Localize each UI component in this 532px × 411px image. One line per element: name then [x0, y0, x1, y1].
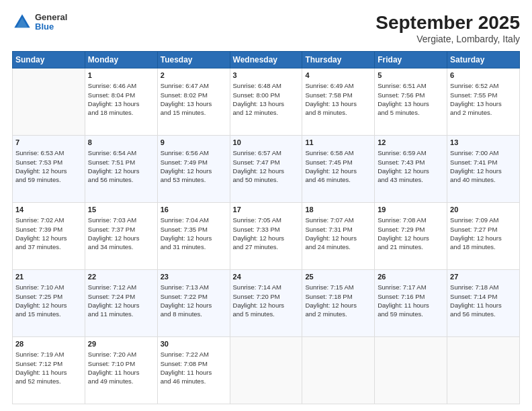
day-info-line: Sunrise: 6:51 AM — [378, 81, 444, 90]
day-info-line: Sunset: 7:10 PM — [88, 359, 154, 368]
day-info-line: and 53 minutes. — [161, 175, 227, 184]
day-info-line: and 31 minutes. — [161, 242, 227, 251]
calendar-cell: 24Sunrise: 7:14 AMSunset: 7:20 PMDayligh… — [230, 270, 302, 337]
title-block: September 2025 Vergiate, Lombardy, Italy — [375, 12, 520, 44]
day-number: 23 — [161, 272, 227, 282]
calendar-cell: 2Sunrise: 6:47 AMSunset: 8:02 PMDaylight… — [157, 68, 230, 136]
day-info-line: Sunrise: 7:10 AM — [15, 283, 82, 291]
calendar-subtitle: Vergiate, Lombardy, Italy — [375, 34, 520, 44]
day-info-line: Daylight: 12 hours — [15, 234, 82, 242]
col-header-tuesday: Tuesday — [157, 52, 230, 68]
day-info-line: and 15 minutes. — [15, 310, 82, 318]
day-info-line: Sunrise: 7:05 AM — [233, 216, 300, 224]
day-info-line: Sunrise: 7:20 AM — [88, 350, 154, 359]
day-info-line: Sunrise: 7:09 AM — [450, 216, 517, 224]
calendar-cell: 20Sunrise: 7:09 AMSunset: 7:27 PMDayligh… — [447, 203, 520, 270]
day-info-line: Sunset: 7:45 PM — [305, 158, 371, 167]
day-number: 21 — [15, 272, 82, 282]
day-info-line: Daylight: 12 hours — [161, 167, 227, 175]
day-number: 2 — [161, 71, 227, 81]
day-info-line: Sunrise: 6:57 AM — [233, 148, 300, 157]
day-number: 12 — [378, 138, 444, 148]
week-row-1: 7Sunrise: 6:53 AMSunset: 7:53 PMDaylight… — [13, 136, 520, 203]
day-info-line: Sunset: 7:20 PM — [233, 292, 300, 301]
day-info-line: and 50 minutes. — [233, 175, 300, 184]
calendar-cell: 8Sunrise: 6:54 AMSunset: 7:51 PMDaylight… — [85, 136, 157, 203]
day-info-line: Sunrise: 7:00 AM — [450, 148, 517, 157]
calendar-cell — [230, 337, 302, 404]
day-number: 6 — [450, 71, 517, 81]
day-info-line: Daylight: 11 hours — [88, 368, 154, 377]
day-number: 26 — [378, 272, 444, 282]
day-info-line: Sunrise: 6:53 AM — [15, 148, 82, 157]
day-info-line: Daylight: 12 hours — [88, 234, 154, 242]
day-number: 18 — [305, 205, 371, 215]
logo-general: General — [35, 13, 67, 22]
day-info-line: and 46 minutes. — [161, 377, 227, 385]
logo-blue: Blue — [35, 22, 67, 32]
day-info-line: and 59 minutes. — [378, 310, 444, 318]
day-number: 1 — [88, 71, 154, 81]
day-info-line: Sunset: 7:08 PM — [161, 359, 227, 368]
day-number: 9 — [161, 138, 227, 148]
day-number: 16 — [161, 205, 227, 215]
day-info-line: Sunset: 7:25 PM — [15, 292, 82, 301]
day-info-line: Sunset: 7:24 PM — [88, 292, 154, 301]
day-info-line: Daylight: 12 hours — [305, 167, 371, 175]
calendar-cell — [302, 337, 375, 404]
calendar-cell: 23Sunrise: 7:13 AMSunset: 7:22 PMDayligh… — [157, 270, 230, 337]
calendar-cell: 27Sunrise: 7:18 AMSunset: 7:14 PMDayligh… — [447, 270, 520, 337]
day-info-line: Sunrise: 7:08 AM — [378, 216, 444, 224]
calendar-cell: 28Sunrise: 7:19 AMSunset: 7:12 PMDayligh… — [13, 337, 85, 404]
day-number: 28 — [15, 339, 82, 349]
day-info-line: Daylight: 12 hours — [15, 167, 82, 175]
day-info-line: and 5 minutes. — [233, 310, 300, 318]
day-info-line: Daylight: 12 hours — [378, 234, 444, 242]
day-info-line: and 27 minutes. — [233, 242, 300, 251]
logo-text: General Blue — [35, 13, 67, 32]
day-info-line: Sunset: 7:27 PM — [450, 225, 517, 234]
day-number: 5 — [378, 71, 444, 81]
week-row-2: 14Sunrise: 7:02 AMSunset: 7:39 PMDayligh… — [13, 203, 520, 270]
day-info-line: Daylight: 11 hours — [161, 368, 227, 377]
day-info-line: and 21 minutes. — [378, 242, 444, 251]
day-number: 29 — [88, 339, 154, 349]
day-info-line: and 56 minutes. — [88, 175, 154, 184]
week-row-3: 21Sunrise: 7:10 AMSunset: 7:25 PMDayligh… — [13, 270, 520, 337]
day-number: 25 — [305, 272, 371, 282]
day-info-line: Daylight: 12 hours — [15, 301, 82, 310]
page: General Blue September 2025 Vergiate, Lo… — [0, 0, 532, 411]
day-info-line: and 43 minutes. — [378, 175, 444, 184]
day-info-line: and 24 minutes. — [305, 242, 371, 251]
calendar-cell: 11Sunrise: 6:58 AMSunset: 7:45 PMDayligh… — [302, 136, 375, 203]
day-info-line: Sunrise: 6:47 AM — [161, 81, 227, 90]
day-number: 27 — [450, 272, 517, 282]
day-info-line: Daylight: 11 hours — [450, 301, 517, 310]
calendar-cell — [13, 68, 85, 136]
day-info-line: Sunrise: 7:07 AM — [305, 216, 371, 224]
day-number: 14 — [15, 205, 82, 215]
day-info-line: and 8 minutes. — [161, 310, 227, 318]
day-number: 11 — [305, 138, 371, 148]
day-info-line: and 56 minutes. — [450, 310, 517, 318]
day-info-line: Daylight: 12 hours — [305, 234, 371, 242]
day-info-line: Sunset: 8:04 PM — [88, 91, 154, 99]
day-info-line: and 52 minutes. — [15, 377, 82, 385]
day-info-line: Sunrise: 7:17 AM — [378, 283, 444, 291]
calendar-cell: 21Sunrise: 7:10 AMSunset: 7:25 PMDayligh… — [13, 270, 85, 337]
day-info-line: Sunset: 7:43 PM — [378, 158, 444, 167]
day-number: 20 — [450, 205, 517, 215]
day-info-line: Sunrise: 7:15 AM — [305, 283, 371, 291]
calendar-cell — [375, 337, 447, 404]
calendar-cell: 30Sunrise: 7:22 AMSunset: 7:08 PMDayligh… — [157, 337, 230, 404]
day-info-line: Sunset: 8:02 PM — [161, 91, 227, 99]
day-info-line: Sunset: 7:49 PM — [161, 158, 227, 167]
calendar-cell: 13Sunrise: 7:00 AMSunset: 7:41 PMDayligh… — [447, 136, 520, 203]
day-number: 15 — [88, 205, 154, 215]
col-header-sunday: Sunday — [13, 52, 85, 68]
calendar-cell: 7Sunrise: 6:53 AMSunset: 7:53 PMDaylight… — [13, 136, 85, 203]
day-info-line: Sunset: 7:12 PM — [15, 359, 82, 368]
day-info-line: Sunrise: 7:14 AM — [233, 283, 300, 291]
day-info-line: Sunrise: 7:13 AM — [161, 283, 227, 291]
calendar-cell: 1Sunrise: 6:46 AMSunset: 8:04 PMDaylight… — [85, 68, 157, 136]
